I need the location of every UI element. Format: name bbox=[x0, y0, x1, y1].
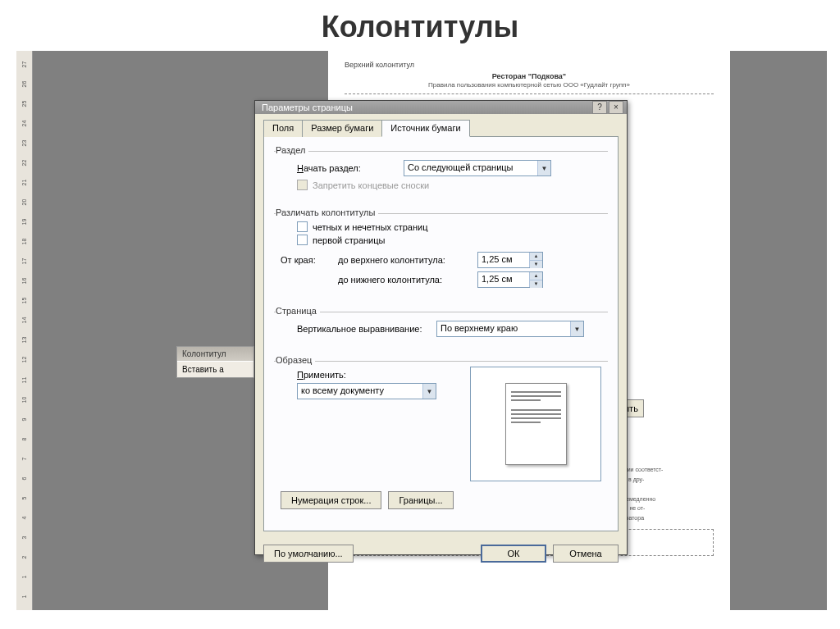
header-distance-spinner[interactable]: 1,25 см ▲▼ bbox=[477, 252, 543, 268]
suppress-endnotes-checkbox bbox=[297, 180, 308, 190]
dialog-footer: По умолчанию... ОК Отмена bbox=[255, 538, 627, 571]
toolbar-title: Колонтитул bbox=[177, 347, 253, 361]
chevron-down-icon[interactable]: ▼ bbox=[570, 321, 583, 336]
header-restaurant-title: Ресторан "Подкова" bbox=[345, 72, 714, 82]
slide-title: Колонтитулы bbox=[0, 0, 840, 51]
vertical-ruler: 2726252423222120191817161514131211109876… bbox=[16, 51, 33, 610]
preview-box bbox=[470, 367, 601, 481]
footer-distance-spinner[interactable]: 1,25 см ▲▼ bbox=[477, 271, 543, 288]
odd-even-checkbox[interactable] bbox=[297, 221, 308, 232]
start-section-label: Начать раздел: bbox=[281, 163, 404, 173]
line-numbers-button[interactable]: Нумерация строк... bbox=[281, 491, 381, 509]
spinner-up-icon[interactable]: ▲ bbox=[530, 253, 542, 261]
to-footer-label: до нижнего колонтитула: bbox=[338, 275, 477, 285]
page-preview-icon bbox=[505, 383, 567, 465]
valign-label: Вертикальное выравнивание: bbox=[281, 324, 436, 334]
page-setup-dialog: Параметры страницы ? × ПоляРазмер бумаги… bbox=[254, 100, 628, 555]
spinner-down-icon[interactable]: ▼ bbox=[530, 261, 542, 268]
header-footer-toolbar[interactable]: Колонтитул Вставить а bbox=[176, 346, 254, 378]
cancel-button[interactable]: Отмена bbox=[553, 545, 619, 563]
first-page-label: первой страницы bbox=[313, 235, 385, 245]
from-edge-label: От края: bbox=[281, 255, 338, 265]
header-subtitle: Правила пользования компьютерной сетью О… bbox=[345, 81, 714, 89]
header-label: Верхний колонтитул bbox=[345, 61, 714, 71]
borders-button[interactable]: Границы... bbox=[388, 491, 453, 509]
chevron-down-icon[interactable]: ▼ bbox=[422, 384, 436, 399]
apply-to-label: Применить: bbox=[297, 370, 346, 380]
tab-panel-paper-source: Раздел Начать раздел: Со следующей стран… bbox=[263, 136, 619, 531]
headers-footers-legend: Различать колонтитулы bbox=[276, 207, 378, 217]
start-section-value: Со следующей страницы bbox=[404, 161, 537, 175]
tab-1[interactable]: Размер бумаги bbox=[302, 120, 382, 137]
section-fieldset: Раздел Начать раздел: Со следующей стран… bbox=[274, 145, 608, 199]
close-button[interactable]: × bbox=[609, 101, 623, 114]
tab-2[interactable]: Источник бумаги bbox=[381, 120, 469, 137]
section-legend: Раздел bbox=[276, 145, 308, 155]
help-button[interactable]: ? bbox=[592, 101, 607, 114]
tabs: ПоляРазмер бумагиИсточник бумаги bbox=[263, 119, 619, 136]
insert-autotext-button[interactable]: Вставить а bbox=[177, 361, 253, 377]
dialog-titlebar[interactable]: Параметры страницы ? × bbox=[255, 101, 627, 114]
sample-fieldset: Образец Применить: ко всему документу ▼ bbox=[274, 355, 608, 516]
chevron-down-icon[interactable]: ▼ bbox=[537, 161, 550, 175]
headers-footers-fieldset: Различать колонтитулы четных и нечетных … bbox=[274, 207, 608, 298]
first-page-checkbox[interactable] bbox=[297, 235, 308, 245]
spinner-up-icon[interactable]: ▲ bbox=[530, 272, 542, 280]
spinner-down-icon[interactable]: ▼ bbox=[530, 280, 542, 288]
screenshot-area: 2726252423222120191817161514131211109876… bbox=[16, 51, 827, 610]
page-legend: Страница bbox=[276, 306, 320, 316]
tab-0[interactable]: Поля bbox=[263, 120, 303, 137]
sample-legend: Образец bbox=[276, 355, 315, 365]
suppress-endnotes-label: Запретить концевые сноски bbox=[313, 180, 429, 190]
page-fieldset: Страница Вертикальное выравнивание: По в… bbox=[274, 306, 608, 347]
start-section-combo[interactable]: Со следующей страницы ▼ bbox=[404, 160, 551, 176]
default-button[interactable]: По умолчанию... bbox=[263, 545, 354, 563]
to-header-label: до верхнего колонтитула: bbox=[338, 255, 477, 265]
dialog-title: Параметры страницы bbox=[262, 103, 353, 112]
header-region[interactable]: Верхний колонтитул Ресторан "Подкова" Пр… bbox=[345, 61, 714, 94]
ok-button[interactable]: ОК bbox=[481, 545, 546, 563]
odd-even-label: четных и нечетных страниц bbox=[313, 222, 427, 232]
valign-combo[interactable]: По верхнему краю ▼ bbox=[436, 321, 584, 337]
apply-to-combo[interactable]: ко всему документу ▼ bbox=[297, 383, 436, 399]
